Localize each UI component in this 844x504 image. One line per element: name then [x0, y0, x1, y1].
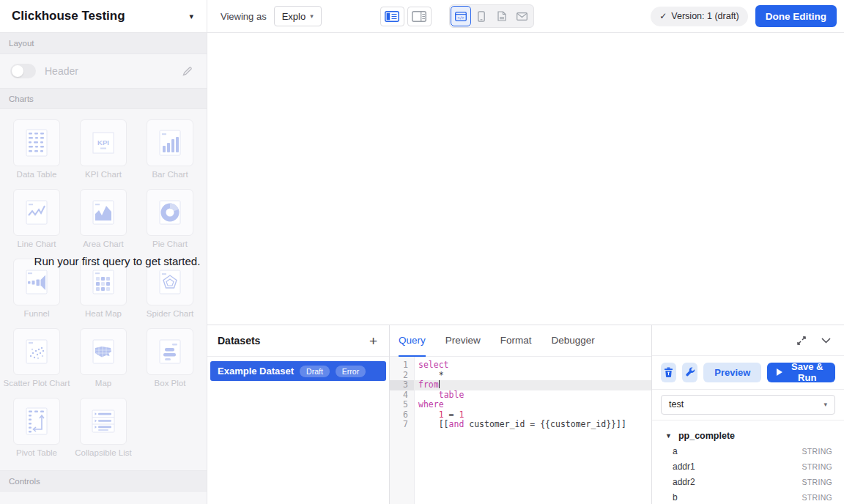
delete-dataset-button[interactable] — [661, 363, 676, 382]
header-toggle-switch[interactable] — [10, 64, 36, 78]
tile-label: Box Plot — [155, 379, 186, 389]
expand-panel-button[interactable] — [796, 336, 807, 346]
collapsible-list-icon — [80, 398, 127, 445]
field-type: STRING — [802, 478, 832, 486]
chart-tile-bar-chart[interactable]: Bar Chart — [137, 119, 204, 180]
editor-tabs: QueryPreviewFormatDebugger — [390, 325, 651, 357]
email-view-button[interactable] — [512, 6, 533, 26]
tile-label: Spider Chart — [147, 309, 194, 319]
empty-state-message: Run your first query to get started. — [16, 254, 218, 269]
viewing-as-dropdown[interactable]: Explo ▾ — [274, 6, 322, 26]
desktop-view-button[interactable]: </> — [451, 6, 471, 26]
line-number: 2 — [390, 371, 414, 381]
schema-field-row[interactable]: aSTRING — [652, 444, 844, 459]
line-number: 3 — [390, 380, 414, 390]
datasets-title: Datasets — [218, 335, 260, 346]
tab-query[interactable]: Query — [399, 325, 426, 357]
chart-tile-pivot-table[interactable]: Pivot Table — [4, 398, 70, 459]
schema-field-row[interactable]: addr1STRING — [652, 459, 844, 475]
chart-tile-kpi[interactable]: KPIKPI Chart — [70, 119, 137, 180]
chart-tile-line-chart[interactable]: Line Chart — [4, 189, 70, 250]
field-name: addr2 — [673, 477, 695, 487]
code-line-7: 7 [[and customer_id = {{customer_id}}]] — [390, 420, 651, 430]
tile-label: Data Table — [17, 170, 57, 180]
left-panel-toggle-button[interactable] — [380, 7, 404, 26]
preview-query-button[interactable]: Preview — [703, 363, 761, 382]
tile-label: Scatter Plot Chart — [4, 379, 70, 389]
code-line-1: 1select — [390, 360, 651, 371]
viewing-as-label: Viewing as — [221, 11, 267, 22]
table-select-row: test ▾ — [652, 390, 844, 420]
field-type: STRING — [802, 493, 832, 502]
tile-label: Pie Chart — [152, 240, 188, 250]
check-icon: ✓ — [659, 11, 667, 21]
field-name: b — [673, 492, 678, 503]
edit-pencil-icon[interactable] — [182, 65, 193, 77]
chart-tile-pie-chart[interactable]: Pie Chart — [137, 189, 204, 250]
chart-tile-box-plot[interactable]: Box Plot — [137, 328, 204, 389]
schema-table-header[interactable]: ▼ pp_complete — [652, 428, 844, 444]
schema-field-row[interactable]: bSTRING — [652, 490, 844, 504]
done-editing-button[interactable]: Done Editing — [755, 5, 837, 27]
dataset-item[interactable]: Example DatasetDraftError — [210, 361, 386, 381]
add-dataset-button[interactable]: + — [369, 334, 377, 348]
code-line-3: 3from — [390, 380, 651, 390]
sql-code-editor[interactable]: 1select2 *3from4 table5where6 1 = 17 [[a… — [390, 357, 651, 504]
title-dropdown-caret-icon[interactable]: ▾ — [189, 12, 193, 21]
dashboard-canvas[interactable] — [207, 33, 844, 325]
top-bar-right: Viewing as Explo ▾ — [207, 0, 844, 32]
envelope-icon — [517, 12, 528, 21]
pdf-view-button[interactable] — [492, 6, 512, 26]
schema-browser: ▼ pp_complete aSTRINGaddr1STRINGaddr2STR… — [652, 420, 844, 504]
panel-toggle-group — [380, 7, 432, 26]
table-select-value: test — [669, 399, 684, 410]
app-root: Clickhouse Testing ▾ Viewing as Explo ▾ — [0, 0, 844, 504]
config-column: Preview Save & Run test ▾ ▼ pp_complete … — [651, 325, 844, 504]
version-badge: ✓ Version: 1 (draft) — [651, 7, 747, 26]
field-type: STRING — [802, 447, 832, 456]
dashboard-title-area[interactable]: Clickhouse Testing ▾ — [0, 0, 207, 32]
chart-tile-data-table[interactable]: Data Table — [4, 119, 70, 180]
tab-debugger[interactable]: Debugger — [552, 325, 595, 357]
tile-label: Funnel — [23, 309, 49, 319]
line-number: 7 — [390, 420, 414, 430]
box-plot-icon — [147, 328, 193, 375]
code-text: where — [414, 400, 651, 410]
mobile-view-button[interactable] — [471, 6, 492, 26]
caret-down-icon: ▼ — [665, 432, 672, 440]
chart-tile-collapsible-list[interactable]: Collapsible List — [70, 398, 137, 459]
tile-label: Area Chart — [83, 240, 124, 250]
save-and-run-button[interactable]: Save & Run — [767, 363, 835, 382]
chart-tile-scatter-plot[interactable]: Scatter Plot Chart — [4, 328, 70, 389]
code-text: from — [414, 380, 651, 390]
data-table-icon — [13, 119, 60, 166]
chart-tile-map[interactable]: Map — [70, 328, 137, 389]
tab-preview[interactable]: Preview — [445, 325, 481, 357]
trash-icon — [664, 367, 673, 377]
format-tools-button[interactable] — [682, 363, 697, 382]
code-line-6: 6 1 = 1 — [390, 410, 651, 420]
scatter-plot-icon — [13, 328, 60, 375]
schema-field-row[interactable]: addr2STRING — [652, 475, 844, 490]
section-charts: Charts — [0, 88, 207, 109]
collapse-panel-button[interactable] — [821, 338, 831, 344]
tile-label: Heat Map — [85, 309, 122, 319]
left-panel-icon — [385, 11, 399, 22]
chart-tile-area-chart[interactable]: Area Chart — [70, 189, 137, 250]
dataset-badge-error: Error — [336, 366, 366, 377]
tile-label: Map — [95, 379, 111, 389]
expand-icon — [796, 336, 807, 346]
view-mode-group: </> — [449, 4, 534, 28]
right-panel-icon — [412, 11, 426, 22]
query-actions-row: Preview Save & Run — [652, 356, 844, 389]
right-panel-toggle-button[interactable] — [407, 7, 432, 26]
tile-label: KPI Chart — [85, 170, 122, 180]
tab-format[interactable]: Format — [500, 325, 532, 357]
kpi-icon: KPI — [80, 119, 127, 166]
code-text: select — [414, 360, 651, 371]
wrench-icon — [685, 367, 695, 377]
table-select[interactable]: test ▾ — [661, 395, 835, 415]
line-number: 5 — [390, 400, 414, 410]
top-bar: Clickhouse Testing ▾ Viewing as Explo ▾ — [0, 0, 844, 33]
bar-chart-icon — [147, 119, 193, 166]
